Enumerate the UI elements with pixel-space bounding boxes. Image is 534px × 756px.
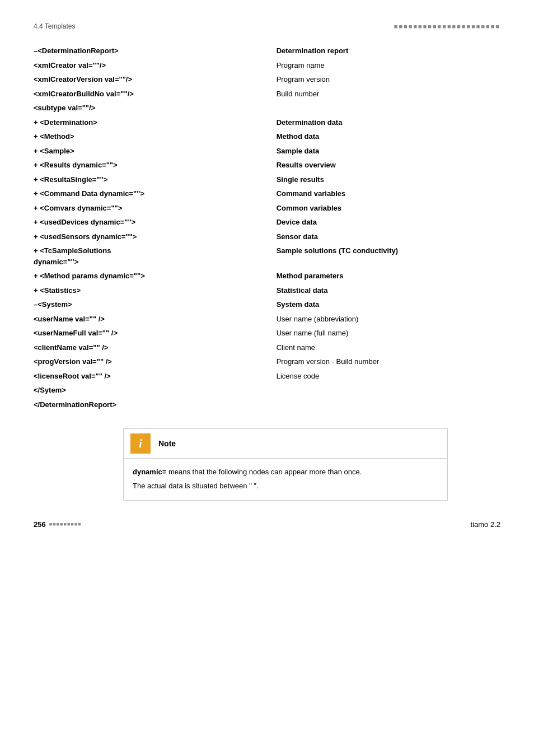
table-row: + <Comvars dynamic="">Common variables <box>34 201 500 216</box>
desc-cell <box>277 398 500 412</box>
code-cell: <userNameFull val="" /> <box>34 326 277 340</box>
footer-left: 256 ■■■■■■■■■ <box>34 520 82 529</box>
note-title: Note <box>158 439 176 448</box>
footer-dot-decoration: ■■■■■■■■■ <box>49 521 82 527</box>
footer-dots: ■■■■■■■■■ <box>49 521 82 527</box>
desc-cell: Sample data <box>277 144 500 158</box>
table-row: –<DeterminationReport>Determination repo… <box>34 44 500 58</box>
code-cell: </Sytem> <box>34 383 277 398</box>
table-row: + <Determination>Determination data <box>34 115 500 130</box>
code-cell: + <Sample> <box>34 144 277 158</box>
note-body: dynamic= means that the following nodes … <box>124 459 447 500</box>
desc-cell <box>277 101 500 115</box>
desc-cell: Command variables <box>277 186 500 201</box>
code-cell: + <Determination> <box>34 115 277 130</box>
table-row: <progVersion val="" />Program version - … <box>34 354 500 369</box>
table-row: + <usedDevices dynamic="">Device data <box>34 215 500 230</box>
table-row: </Sytem> <box>34 383 500 398</box>
code-cell: –<DeterminationReport> <box>34 44 277 58</box>
desc-cell: Determination data <box>277 115 500 130</box>
code-cell: + <TcSampleSolutionsdynamic=""> <box>34 244 277 269</box>
desc-cell: Program version <box>277 72 500 87</box>
desc-cell: Determination report <box>277 44 500 58</box>
desc-cell: Build number <box>277 87 500 101</box>
desc-cell: System data <box>277 297 500 312</box>
table-row: <xmlCreatorVersion val=""/>Program versi… <box>34 72 500 87</box>
table-row: + <Method params dynamic="">Method param… <box>34 269 500 283</box>
table-row: + <Results dynamic="">Results overview <box>34 158 500 172</box>
note-line2: The actual data is situated between " ". <box>133 480 438 492</box>
info-icon: i <box>130 433 151 454</box>
desc-cell: Single results <box>277 172 500 187</box>
code-cell: <xmlCreatorVersion val=""/> <box>34 72 277 87</box>
table-row: <userNameFull val="" />User name (full n… <box>34 326 500 340</box>
code-cell: + <Command Data dynamic=""> <box>34 186 277 201</box>
code-cell: + <Statistics> <box>34 283 277 298</box>
code-cell: <xmlCreator val=""/> <box>34 58 277 73</box>
table-row: <xmlCreator val=""/>Program name <box>34 58 500 73</box>
page: 4.4 Templates ■■■■■■■■■■■■■■■■■■■■■■ –<D… <box>0 0 534 545</box>
code-cell: <userName val="" /> <box>34 312 277 326</box>
table-row: <subtype val=""/> <box>34 101 500 115</box>
header-dot: ■■■■■■■■■■■■■■■■■■■■■■ <box>394 23 500 30</box>
product-label: tiamo 2.2 <box>471 520 500 529</box>
code-cell: <subtype val=""/> <box>34 101 277 115</box>
desc-cell: Method parameters <box>277 269 500 283</box>
note-box: i Note dynamic= means that the following… <box>123 428 448 501</box>
table-row: + <Method>Method data <box>34 129 500 144</box>
page-header: 4.4 Templates ■■■■■■■■■■■■■■■■■■■■■■ <box>34 22 500 30</box>
desc-cell: User name (full name) <box>277 326 500 340</box>
note-line1-rest: means that the following nodes can appea… <box>166 468 362 476</box>
desc-cell: Device data <box>277 215 500 230</box>
table-row: <userName val="" />User name (abbreviati… <box>34 312 500 326</box>
desc-cell <box>277 383 500 398</box>
code-cell: + <usedSensors dynamic=""> <box>34 230 277 244</box>
table-row: <clientName val="" />Client name <box>34 340 500 355</box>
code-cell: + <Method> <box>34 129 277 144</box>
desc-cell: Statistical data <box>277 283 500 298</box>
code-cell: </DeterminationReport> <box>34 398 277 412</box>
note-header: i Note <box>124 429 447 459</box>
code-cell: <clientName val="" /> <box>34 340 277 355</box>
desc-cell: Sample solutions (TC conductivity) <box>277 244 500 269</box>
page-footer: 256 ■■■■■■■■■ tiamo 2.2 <box>34 520 500 529</box>
desc-cell: Program version - Build number <box>277 354 500 369</box>
table-row: + <ResultaSingle="">Single results <box>34 172 500 187</box>
desc-cell: Client name <box>277 340 500 355</box>
desc-cell: Method data <box>277 129 500 144</box>
table-row: <xmlCreatorBuildNo val=""/>Build number <box>34 87 500 101</box>
code-cell: + <Comvars dynamic=""> <box>34 201 277 216</box>
page-number: 256 <box>34 520 46 529</box>
note-bold: dynamic= <box>133 468 166 476</box>
code-cell: + <usedDevices dynamic=""> <box>34 215 277 230</box>
content-table: –<DeterminationReport>Determination repo… <box>34 44 500 412</box>
table-row: + <usedSensors dynamic="">Sensor data <box>34 230 500 244</box>
table-row: + <Command Data dynamic="">Command varia… <box>34 186 500 201</box>
desc-cell: License code <box>277 369 500 384</box>
table-row: + <Sample>Sample data <box>34 144 500 158</box>
table-row: </DeterminationReport> <box>34 398 500 412</box>
desc-cell: Common variables <box>277 201 500 216</box>
code-cell: + <ResultaSingle=""> <box>34 172 277 187</box>
code-cell: <licenseRoot val="" /> <box>34 369 277 384</box>
table-row: + <Statistics>Statistical data <box>34 283 500 298</box>
code-cell: <progVersion val="" /> <box>34 354 277 369</box>
section-label: 4.4 Templates <box>34 22 76 30</box>
table-row: + <TcSampleSolutionsdynamic="">Sample so… <box>34 244 500 269</box>
desc-cell: Results overview <box>277 158 500 172</box>
table-row: –<System>System data <box>34 297 500 312</box>
desc-cell: User name (abbreviation) <box>277 312 500 326</box>
code-cell: + <Results dynamic=""> <box>34 158 277 172</box>
code-cell: <xmlCreatorBuildNo val=""/> <box>34 87 277 101</box>
table-row: <licenseRoot val="" />License code <box>34 369 500 384</box>
code-cell: + <Method params dynamic=""> <box>34 269 277 283</box>
desc-cell: Sensor data <box>277 230 500 244</box>
note-line1: dynamic= means that the following nodes … <box>133 466 438 478</box>
desc-cell: Program name <box>277 58 500 73</box>
header-decoration: ■■■■■■■■■■■■■■■■■■■■■■ <box>394 23 500 30</box>
code-cell: –<System> <box>34 297 277 312</box>
